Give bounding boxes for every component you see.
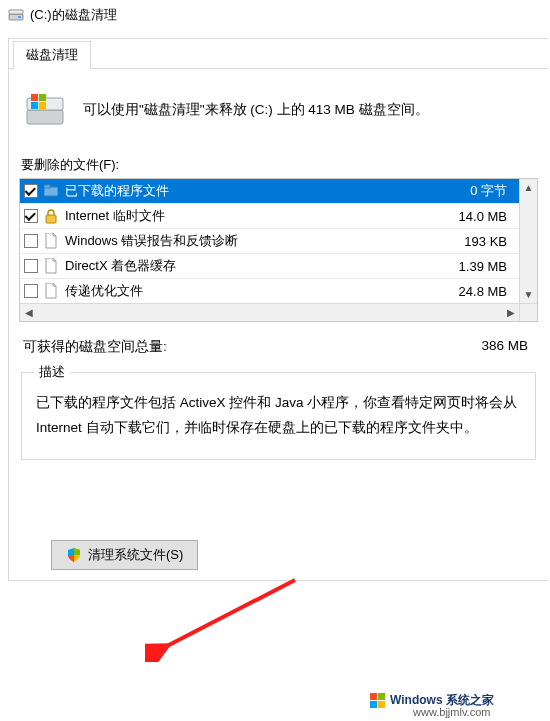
svg-rect-16 bbox=[378, 701, 385, 708]
description-text: 已下载的程序文件包括 ActiveX 控件和 Java 小程序，你查看特定网页时… bbox=[36, 391, 521, 441]
description-legend: 描述 bbox=[34, 364, 70, 381]
item-size: 0 字节 bbox=[423, 182, 513, 200]
list-item[interactable]: 传递优化文件 24.8 MB bbox=[20, 278, 519, 303]
clean-button-label: 清理系统文件(S) bbox=[88, 546, 183, 564]
scroll-down-icon[interactable]: ▼ bbox=[520, 286, 537, 303]
clean-system-files-button[interactable]: 清理系统文件(S) bbox=[51, 540, 198, 570]
svg-rect-13 bbox=[370, 693, 377, 700]
vertical-scrollbar[interactable]: ▲ ▼ bbox=[519, 179, 537, 303]
svg-rect-5 bbox=[31, 94, 38, 101]
item-size: 14.0 MB bbox=[423, 209, 513, 224]
file-list: 已下载的程序文件 0 字节 Internet 临时文件 14.0 MB bbox=[19, 178, 538, 322]
scroll-right-icon[interactable]: ▶ bbox=[502, 304, 519, 321]
tab-disk-cleanup[interactable]: 磁盘清理 bbox=[13, 41, 91, 70]
list-item[interactable]: Windows 错误报告和反馈诊断 193 KB bbox=[20, 228, 519, 253]
drive-large-icon bbox=[25, 90, 65, 130]
item-name: Windows 错误报告和反馈诊断 bbox=[64, 232, 417, 250]
annotation-arrow-icon bbox=[145, 572, 305, 662]
summary-row: 可以使用"磁盘清理"来释放 (C:) 上的 413 MB 磁盘空间。 bbox=[19, 84, 538, 150]
summary-text: 可以使用"磁盘清理"来释放 (C:) 上的 413 MB 磁盘空间。 bbox=[83, 100, 429, 120]
item-name: DirectX 着色器缓存 bbox=[64, 257, 417, 275]
item-name: Internet 临时文件 bbox=[64, 207, 417, 225]
svg-rect-10 bbox=[44, 185, 50, 188]
svg-rect-15 bbox=[370, 701, 377, 708]
watermark-url: www.bjjmlv.com bbox=[413, 706, 490, 718]
description-group: 描述 已下载的程序文件包括 ActiveX 控件和 Java 小程序，你查看特定… bbox=[21, 372, 536, 460]
total-label: 可获得的磁盘空间总量: bbox=[23, 338, 167, 356]
svg-rect-8 bbox=[39, 102, 46, 109]
shield-icon bbox=[66, 547, 82, 563]
checkbox[interactable] bbox=[24, 259, 38, 273]
window-title: (C:)的磁盘清理 bbox=[30, 6, 117, 24]
folder-icon bbox=[44, 183, 58, 199]
files-to-delete-label: 要删除的文件(F): bbox=[21, 156, 538, 174]
checkbox[interactable] bbox=[24, 284, 38, 298]
svg-rect-2 bbox=[18, 16, 21, 18]
svg-rect-1 bbox=[9, 10, 23, 14]
svg-rect-6 bbox=[39, 94, 46, 101]
item-name: 已下载的程序文件 bbox=[64, 182, 417, 200]
list-item[interactable]: 已下载的程序文件 0 字节 bbox=[20, 179, 519, 203]
list-item[interactable]: Internet 临时文件 14.0 MB bbox=[20, 203, 519, 228]
list-item[interactable]: DirectX 着色器缓存 1.39 MB bbox=[20, 253, 519, 278]
title-bar: (C:)的磁盘清理 bbox=[0, 0, 550, 34]
total-row: 可获得的磁盘空间总量: 386 MB bbox=[19, 322, 538, 366]
scroll-up-icon[interactable]: ▲ bbox=[520, 179, 537, 196]
item-size: 193 KB bbox=[423, 234, 513, 249]
file-icon bbox=[44, 258, 58, 274]
horizontal-scrollbar[interactable]: ◀ ▶ bbox=[20, 303, 519, 321]
svg-line-12 bbox=[165, 580, 295, 647]
drive-icon bbox=[8, 7, 24, 23]
item-size: 24.8 MB bbox=[423, 284, 513, 299]
checkbox[interactable] bbox=[24, 234, 38, 248]
item-size: 1.39 MB bbox=[423, 259, 513, 274]
item-name: 传递优化文件 bbox=[64, 282, 417, 300]
svg-rect-3 bbox=[27, 110, 63, 124]
checkbox[interactable] bbox=[24, 209, 38, 223]
scroll-corner bbox=[519, 303, 537, 321]
svg-rect-7 bbox=[31, 102, 38, 109]
tab-body: 可以使用"磁盘清理"来释放 (C:) 上的 413 MB 磁盘空间。 要删除的文… bbox=[9, 70, 548, 580]
checkbox[interactable] bbox=[24, 184, 38, 198]
file-icon bbox=[44, 283, 58, 299]
file-icon bbox=[44, 233, 58, 249]
scroll-left-icon[interactable]: ◀ bbox=[20, 304, 37, 321]
windows-logo-icon bbox=[370, 693, 386, 709]
svg-rect-11 bbox=[46, 215, 56, 223]
tabs: 磁盘清理 bbox=[9, 39, 548, 70]
dialog-frame: 磁盘清理 可以使用"磁盘清理"来释放 (C:) 上的 413 MB 磁盘空间。 … bbox=[8, 38, 548, 581]
lock-icon bbox=[44, 208, 58, 224]
watermark-brand: Windows 系统之家 bbox=[370, 692, 494, 709]
total-value: 386 MB bbox=[481, 338, 528, 356]
svg-rect-14 bbox=[378, 693, 385, 700]
